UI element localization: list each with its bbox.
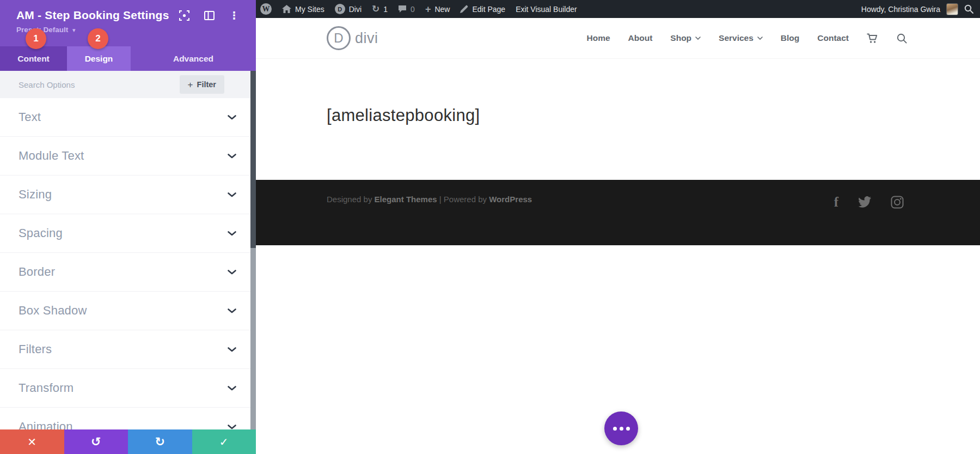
nav-services[interactable]: Services bbox=[719, 33, 763, 43]
nav-label: Blog bbox=[781, 33, 799, 43]
social-icons: f bbox=[834, 195, 904, 210]
panel-menu-icon[interactable]: ⋮ bbox=[229, 10, 240, 21]
filter-button[interactable]: + Filter bbox=[180, 75, 224, 94]
plus-icon: + bbox=[425, 4, 431, 14]
discard-button[interactable]: ✕ bbox=[0, 429, 64, 454]
section-spacing[interactable]: Spacing bbox=[0, 214, 256, 253]
howdy-account-label[interactable]: Howdy, Christina Gwira bbox=[861, 5, 940, 14]
page-content: [ameliastepbooking] bbox=[256, 59, 980, 180]
tab-advanced[interactable]: Advanced bbox=[131, 46, 256, 71]
divi-menu[interactable]: D Divi bbox=[335, 4, 362, 14]
section-transform[interactable]: Transform bbox=[0, 369, 256, 408]
my-sites-label: My Sites bbox=[295, 5, 324, 14]
nav-home[interactable]: Home bbox=[586, 33, 610, 43]
comments-count: 0 bbox=[411, 5, 415, 14]
site-header: D divi Home About Shop Services Blog Con… bbox=[256, 18, 980, 59]
pencil-icon bbox=[460, 5, 468, 13]
exit-visual-builder-label: Exit Visual Builder bbox=[516, 5, 577, 14]
filter-button-label: Filter bbox=[197, 80, 216, 89]
chevron-down-icon bbox=[228, 192, 236, 197]
instagram-icon[interactable] bbox=[891, 196, 904, 209]
nav-blog[interactable]: Blog bbox=[781, 33, 799, 43]
save-button[interactable]: ✓ bbox=[192, 429, 256, 454]
wp-logo-menu[interactable]: W bbox=[260, 3, 272, 15]
search-options-input[interactable] bbox=[19, 80, 180, 89]
chevron-down-icon bbox=[228, 270, 236, 275]
builder-options-button[interactable] bbox=[604, 411, 638, 445]
update-icon: ↻ bbox=[372, 4, 379, 14]
plus-icon: + bbox=[188, 80, 193, 89]
comments-menu[interactable]: 0 bbox=[398, 5, 415, 14]
updates-menu[interactable]: ↻ 1 bbox=[372, 4, 388, 14]
section-label: Spacing bbox=[19, 226, 63, 240]
tab-content-label: Content bbox=[17, 54, 50, 64]
facebook-icon[interactable]: f bbox=[834, 195, 838, 210]
dot bbox=[620, 427, 623, 431]
section-filters[interactable]: Filters bbox=[0, 330, 256, 369]
admin-search-icon[interactable] bbox=[964, 4, 973, 14]
focus-preview-icon[interactable] bbox=[179, 10, 189, 21]
avatar[interactable] bbox=[946, 3, 958, 15]
section-label: Filters bbox=[19, 342, 52, 356]
redo-button[interactable]: ↻ bbox=[128, 429, 192, 454]
redo-icon: ↻ bbox=[155, 435, 165, 449]
undo-icon: ↺ bbox=[91, 435, 101, 449]
exit-visual-builder[interactable]: Exit Visual Builder bbox=[516, 5, 577, 14]
tab-design[interactable]: Design bbox=[67, 46, 131, 71]
panel-scrollbar-thumb[interactable] bbox=[250, 71, 256, 248]
site-nav: Home About Shop Services Blog Contact bbox=[586, 33, 907, 44]
panel-layout-icon[interactable] bbox=[204, 10, 215, 21]
undo-button[interactable]: ↺ bbox=[64, 429, 128, 454]
nav-shop[interactable]: Shop bbox=[670, 33, 701, 43]
nav-label: Services bbox=[719, 33, 754, 43]
nav-contact[interactable]: Contact bbox=[817, 33, 849, 43]
dot bbox=[613, 427, 617, 431]
cart-icon[interactable] bbox=[867, 33, 879, 44]
section-sizing[interactable]: Sizing bbox=[0, 175, 256, 214]
footer-credit: Designed by Elegant Themes | Powered by … bbox=[327, 195, 532, 204]
chevron-down-icon bbox=[228, 347, 236, 352]
section-module-text[interactable]: Module Text bbox=[0, 137, 256, 175]
my-sites-menu[interactable]: My Sites bbox=[282, 5, 324, 14]
check-icon: ✓ bbox=[219, 435, 229, 449]
chevron-down-icon bbox=[228, 154, 236, 159]
nav-about[interactable]: About bbox=[628, 33, 653, 43]
step-badge-1: 1 bbox=[26, 28, 46, 49]
preset-selector[interactable]: Preset: Default ▾ bbox=[16, 26, 244, 34]
section-label: Transform bbox=[19, 381, 74, 395]
section-text[interactable]: Text bbox=[0, 98, 256, 137]
wp-admin-bar: W My Sites D Divi ↻ 1 0 bbox=[256, 0, 980, 18]
preset-caret-icon: ▾ bbox=[72, 27, 76, 33]
step-badge-2: 2 bbox=[88, 28, 108, 49]
section-box-shadow[interactable]: Box Shadow bbox=[0, 292, 256, 330]
edit-page-label: Edit Page bbox=[472, 5, 505, 14]
comment-bubble-icon bbox=[398, 5, 407, 13]
chevron-down-icon bbox=[228, 231, 236, 236]
divi-label: Divi bbox=[349, 5, 362, 14]
search-icon[interactable] bbox=[897, 33, 907, 44]
new-menu[interactable]: + New bbox=[425, 4, 450, 14]
house-icon bbox=[282, 5, 291, 13]
tab-content[interactable]: Content bbox=[0, 46, 67, 71]
updates-count: 1 bbox=[383, 5, 388, 14]
tab-design-label: Design bbox=[85, 54, 113, 64]
section-border[interactable]: Border bbox=[0, 253, 256, 292]
chevron-down-icon bbox=[757, 37, 763, 40]
amelia-shortcode-text: [ameliastepbooking] bbox=[327, 106, 980, 125]
design-sections-list: Text Module Text Sizing Spacing Border B… bbox=[0, 98, 256, 429]
tab-advanced-label: Advanced bbox=[173, 54, 213, 64]
elegant-themes-link[interactable]: Elegant Themes bbox=[375, 195, 437, 204]
section-animation[interactable]: Animation bbox=[0, 408, 256, 429]
chevron-down-icon bbox=[228, 386, 236, 391]
credit-text: Designed by bbox=[327, 195, 375, 204]
nav-label: Home bbox=[586, 33, 610, 43]
chevron-down-icon bbox=[228, 308, 236, 313]
wordpress-link[interactable]: WordPress bbox=[489, 195, 532, 204]
section-label: Box Shadow bbox=[19, 304, 87, 318]
edit-page-menu[interactable]: Edit Page bbox=[460, 5, 505, 14]
twitter-icon[interactable] bbox=[857, 196, 872, 208]
panel-scrollbar[interactable] bbox=[250, 71, 256, 429]
site-logo-text: divi bbox=[355, 30, 378, 47]
section-label: Border bbox=[19, 265, 55, 279]
site-logo[interactable]: D divi bbox=[327, 26, 378, 50]
